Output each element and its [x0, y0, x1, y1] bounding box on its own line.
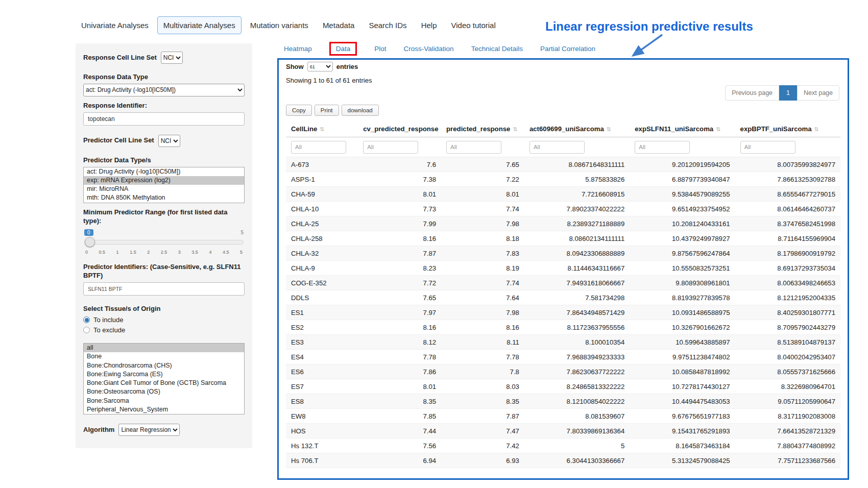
tissue-radio-group: To includeTo exclude — [83, 316, 245, 334]
tissue-option-all[interactable]: all — [84, 344, 244, 352]
previous-page-button[interactable]: Previous page — [725, 85, 779, 101]
cell-value: 8.81939277839578 — [630, 290, 735, 305]
predictor-identifiers-input[interactable] — [83, 282, 245, 296]
nav-tab-video-tutorial[interactable]: Video tutorial — [445, 17, 501, 34]
filter-cell — [358, 137, 441, 157]
nav-tab-univariate-analyses[interactable]: Univariate Analyses — [76, 17, 154, 34]
filter-input-cellline[interactable] — [291, 141, 346, 154]
tissue-radio-to-exclude[interactable]: To exclude — [83, 326, 245, 334]
tab-plot[interactable]: Plot — [374, 45, 386, 53]
results-panel: Show 61 entries Showing 1 to 61 of 61 en… — [277, 58, 849, 480]
download-button[interactable]: download — [342, 105, 379, 116]
table-row: HOS7.447.477.803398691363649.15431765291… — [286, 424, 840, 438]
filter-input-predicted-response[interactable] — [446, 141, 501, 154]
radio-label: To exclude — [93, 326, 125, 334]
cell-value: 9.87567596247864 — [630, 246, 735, 261]
column-header-cellline[interactable]: CellLine⇅ — [286, 121, 358, 137]
predictor-data-type-option-exp-mrna-expression-log2[interactable]: exp: mRNA Expression (log2) — [84, 176, 244, 185]
cell-value: 7.6 — [358, 157, 441, 172]
response-cell-line-set-select[interactable]: NCI — [161, 52, 183, 64]
cell-value: 7.73 — [358, 202, 441, 216]
cell-value: 9.65149233754952 — [630, 202, 735, 216]
predictor-data-type-option-mth-dna-850k-methylation[interactable]: mth: DNA 850K Methylation — [84, 193, 244, 202]
table-row: CHLA-257.997.988.2389327118888910.208124… — [286, 216, 840, 231]
cell-value: 7.97 — [358, 305, 441, 320]
filter-input-expbptf-unisarcoma[interactable] — [740, 141, 795, 154]
sort-both-icon: ⇅ — [814, 126, 819, 132]
column-header-label: expSLFN11_uniSarcoma — [635, 125, 713, 133]
filter-input-act609699-unisarcoma[interactable] — [529, 141, 585, 154]
column-header-expslfn11-unisarcoma[interactable]: expSLFN11_uniSarcoma⇅ — [630, 121, 735, 137]
nav-tab-search-ids[interactable]: Search IDs — [363, 17, 412, 34]
cell-value: 9.05711205990647 — [735, 394, 840, 409]
tab-data[interactable]: Data — [329, 42, 357, 56]
slider-track[interactable] — [84, 240, 244, 245]
nav-tab-mutation-variants[interactable]: Mutation variants — [245, 17, 314, 34]
column-header-predicted-response[interactable]: predicted_response⇅ — [441, 121, 524, 137]
cell-value: 9.15431765291893 — [630, 424, 735, 438]
cell-value: 8.65554677279015 — [735, 187, 840, 202]
current-page-button[interactable]: 1 — [779, 85, 797, 101]
table-row: ASPS-17.387.225.8758338266.8879773934084… — [286, 172, 840, 187]
cell-value: 6.88797739340847 — [630, 172, 735, 187]
print-button[interactable]: Print — [315, 105, 339, 116]
sort-both-icon: ⇅ — [513, 126, 517, 132]
cell-value: 7.65 — [358, 290, 441, 305]
cell-value: 10.5550832573251 — [630, 261, 735, 276]
tab-cross-validation[interactable]: Cross-Validation — [404, 45, 454, 53]
radio-button-icon — [83, 316, 90, 323]
response-identifier-input[interactable] — [83, 112, 245, 126]
nav-tab-multivariate-analyses[interactable]: Multivariate Analyses — [157, 16, 242, 34]
table-row: ES47.787.787.968839492333339.97511238474… — [286, 350, 840, 364]
nav-tab-metadata[interactable]: Metadata — [317, 17, 360, 34]
tab-technical-details[interactable]: Technical Details — [471, 45, 523, 53]
cell-line-name: CHA-59 — [286, 187, 358, 202]
predictor-data-type-option-act-drug-activity-log10-ic50m[interactable]: act: Drug Activity (-log10[IC50M]) — [84, 167, 244, 176]
table-row: ES88.358.358.1210085402222210.4494475483… — [286, 394, 840, 409]
table-row: ES67.867.87.8623063772222210.08584878189… — [286, 364, 840, 379]
algorithm-select[interactable]: Linear Regression — [118, 424, 180, 436]
tissue-option-bone-ewing-sarcoma-es[interactable]: Bone:Ewing Sarcoma (ES) — [84, 370, 244, 379]
column-header-label: cv_predicted_response — [363, 125, 438, 133]
cell-value: 6.94 — [358, 453, 441, 468]
tab-partial-correlation[interactable]: Partial Correlation — [540, 45, 595, 53]
response-data-type-select[interactable]: act: Drug Activity (-log10[IC50M]) — [83, 84, 245, 96]
entries-count-select[interactable]: 61 — [307, 62, 333, 71]
min-predictor-range-slider[interactable]: 0 5 00.511.522.533.544.55 — [84, 229, 244, 258]
filter-cell — [524, 137, 630, 157]
slider-tick-labels: 00.511.522.533.544.55 — [85, 250, 243, 255]
tissue-radio-to-include[interactable]: To include — [83, 316, 245, 324]
predictor-cell-line-set-select[interactable]: NCI — [158, 135, 180, 147]
filter-input-cv-predicted-response[interactable] — [363, 141, 418, 154]
sort-both-icon: ⇅ — [441, 126, 442, 132]
predictor-data-types-listbox: act: Drug Activity (-log10[IC50M])exp: m… — [83, 167, 245, 203]
next-page-button[interactable]: Next page — [797, 85, 839, 101]
cell-line-name: ES4 — [286, 350, 358, 364]
copy-button[interactable]: Copy — [286, 105, 312, 116]
tissue-option-bone-giant-cell-tumor-of-bone-gctb-sarcoma[interactable]: Bone:Giant Cell Tumor of Bone (GCTB) Sar… — [84, 379, 244, 387]
predictor-data-type-option-mir-microrna[interactable]: mir: MicroRNA — [84, 185, 244, 193]
slider-max-label: 5 — [240, 230, 244, 235]
cell-value: 8.35 — [441, 394, 524, 409]
tissue-option-bone[interactable]: Bone — [84, 352, 244, 361]
tissue-option-bone-chondrosarcoma-chs[interactable]: Bone:Chondrosarcoma (CHS) — [84, 361, 244, 370]
cell-value: 8.71164155969904 — [735, 231, 840, 246]
tissue-option-bone-osteosarcoma-os[interactable]: Bone:Osteosarcoma (OS) — [84, 387, 244, 396]
column-header-cv-predicted-response[interactable]: cv_predicted_response⇅ — [358, 121, 441, 137]
tab-heatmap[interactable]: Heatmap — [284, 45, 312, 53]
cell-value: 8.23893271188889 — [524, 216, 630, 231]
nav-tab-help[interactable]: Help — [416, 17, 443, 34]
min-predictor-range-label: Minimum Predictor Range (for first liste… — [83, 208, 245, 226]
cell-value: 9.67675651977183 — [630, 409, 735, 424]
cell-line-name: CHLA-25 — [286, 216, 358, 231]
column-header-act609699-unisarcoma[interactable]: act609699_uniSarcoma⇅ — [524, 121, 630, 137]
tissue-option-peripheral-nervous-system[interactable]: Peripheral_Nervous_System — [84, 405, 244, 414]
slider-handle[interactable] — [85, 237, 95, 247]
predictor-cell-line-set-label: Predictor Cell Line Set — [83, 136, 154, 145]
cell-value: 8.17986900919792 — [735, 246, 840, 261]
tissue-option-bone-sarcoma[interactable]: Bone:Sarcoma — [84, 397, 244, 405]
cell-value: 8.37476582451998 — [735, 216, 840, 231]
cell-value: 10.3267901662672 — [630, 320, 735, 335]
filter-input-expslfn11-unisarcoma[interactable] — [635, 141, 690, 154]
column-header-expbptf-unisarcoma[interactable]: expBPTF_uniSarcoma⇅ — [735, 121, 840, 137]
